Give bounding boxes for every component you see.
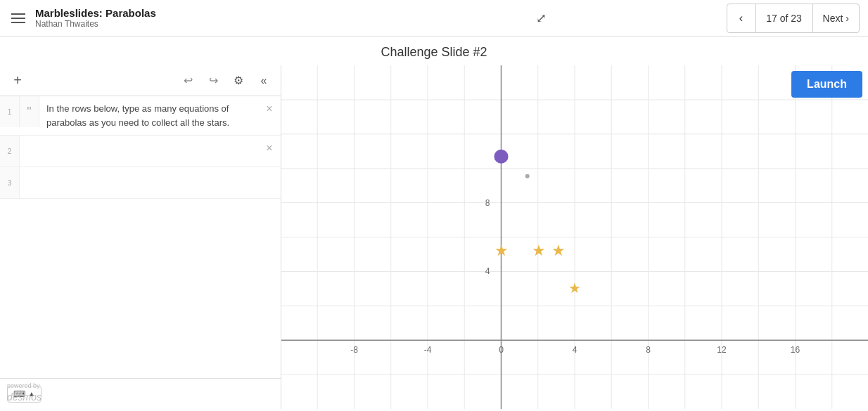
graph-canvas: -8 -4 0 4 8 12 16 8 4 ★ ★ ★ ★ <box>281 65 868 409</box>
quote-icon: " <box>20 96 39 127</box>
expression-row-2: 2 × <box>0 136 281 167</box>
star-4: ★ <box>568 280 581 296</box>
activity-title: Marbleslides: Parabolas <box>35 7 156 19</box>
sidebar-footer: ⌨ ▲ <box>0 378 281 409</box>
row-number-1: 1 <box>0 96 20 127</box>
svg-text:12: 12 <box>717 345 727 355</box>
expression-input-3[interactable] <box>20 167 281 198</box>
close-row-2[interactable]: × <box>262 141 276 155</box>
undo-button[interactable]: ↩ <box>178 71 198 91</box>
header-right: ‹ 17 of 23 Next › <box>727 4 860 33</box>
header: Marbleslides: Parabolas Nathan Thwaites … <box>0 0 868 37</box>
launch-button[interactable]: Launch <box>791 71 862 98</box>
svg-text:-8: -8 <box>350 345 358 355</box>
next-label: Next <box>823 13 843 24</box>
collapse-button[interactable]: « <box>254 71 274 91</box>
expression-input-2[interactable] <box>20 136 281 167</box>
settings-button[interactable]: ⚙ <box>229 71 248 91</box>
svg-text:0: 0 <box>499 345 504 355</box>
svg-text:-4: -4 <box>424 345 432 355</box>
expand-icon[interactable]: ⤢ <box>536 11 547 26</box>
desmos-footer: powered by desmos <box>7 382 42 403</box>
desmos-name: desmos <box>7 391 42 403</box>
activity-subtitle: Nathan Thwaites <box>35 19 156 29</box>
title-block: Marbleslides: Parabolas Nathan Thwaites <box>35 7 156 29</box>
close-row-1[interactable]: × <box>262 102 276 116</box>
row-number-3: 3 <box>0 167 20 198</box>
svg-text:4: 4 <box>573 345 577 355</box>
add-expression-button[interactable]: + <box>7 70 28 91</box>
next-button[interactable]: Next › <box>812 4 860 33</box>
graph-area: Launch <box>281 65 868 409</box>
expression-row-1: 1 " In the rows below, type as many equa… <box>0 96 281 136</box>
sidebar: + ↩ ↪ ⚙ « 1 " In the rows below, type as… <box>0 65 281 409</box>
star-2: ★ <box>532 242 546 260</box>
svg-text:16: 16 <box>791 345 800 355</box>
star-1: ★ <box>494 242 509 260</box>
svg-text:4: 4 <box>485 266 490 276</box>
svg-text:8: 8 <box>646 345 651 355</box>
expression-row-3: 3 <box>0 167 281 199</box>
next-arrow-icon: › <box>845 13 849 24</box>
svg-text:8: 8 <box>485 198 490 208</box>
row-number-2: 2 <box>0 136 20 167</box>
marble <box>494 150 508 164</box>
slide-title: Challenge Slide #2 <box>0 37 868 65</box>
expression-list: 1 " In the rows below, type as many equa… <box>0 96 281 378</box>
hamburger-menu[interactable] <box>8 11 28 26</box>
small-dot <box>525 174 530 178</box>
star-3: ★ <box>551 242 566 260</box>
note-content-1: In the rows below, type as many equation… <box>39 96 281 135</box>
page-counter: 17 of 23 <box>756 4 812 33</box>
prev-button[interactable]: ‹ <box>727 4 756 33</box>
redo-button[interactable]: ↪ <box>203 71 223 91</box>
sidebar-toolbar: + ↩ ↪ ⚙ « <box>0 65 281 96</box>
powered-by: powered by <box>7 382 42 391</box>
main-area: + ↩ ↪ ⚙ « 1 " In the rows below, type as… <box>0 65 868 409</box>
header-left: Marbleslides: Parabolas Nathan Thwaites <box>8 7 367 29</box>
